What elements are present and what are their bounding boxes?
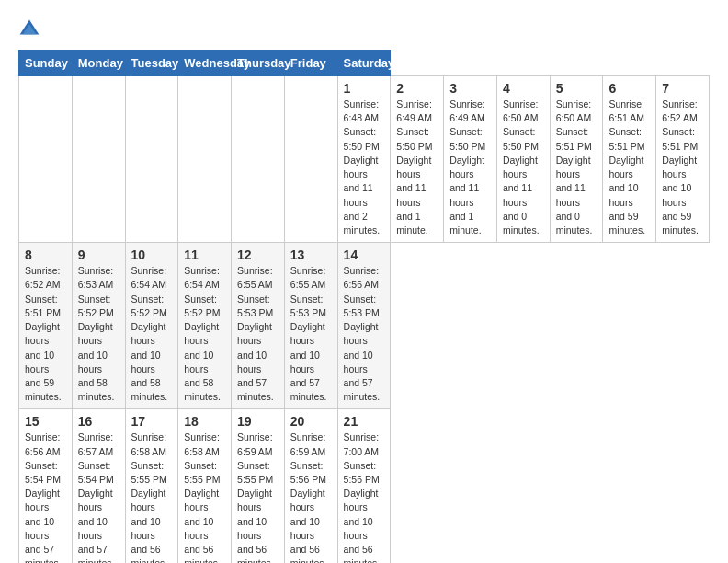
day-cell-8: 8Sunrise: 6:52 AMSunset: 5:51 PMDaylight… — [19, 243, 73, 409]
day-cell-7: 7Sunrise: 6:52 AMSunset: 5:51 PMDaylight… — [656, 76, 710, 243]
day-number: 8 — [25, 247, 66, 262]
calendar-table: SundayMondayTuesdayWednesdayThursdayFrid… — [18, 50, 710, 563]
day-number: 14 — [344, 247, 385, 262]
day-cell-10: 10Sunrise: 6:54 AMSunset: 5:52 PMDayligh… — [125, 243, 178, 409]
day-info: Sunrise: 6:52 AMSunset: 5:51 PMDaylight … — [662, 98, 699, 236]
week-row-1: 1Sunrise: 6:48 AMSunset: 5:50 PMDaylight… — [19, 76, 710, 243]
day-info: Sunrise: 6:49 AMSunset: 5:50 PMDaylight … — [449, 98, 485, 236]
day-cell-2: 2Sunrise: 6:49 AMSunset: 5:50 PMDaylight… — [391, 76, 444, 243]
day-cell-21: 21Sunrise: 7:00 AMSunset: 5:56 PMDayligh… — [337, 409, 391, 563]
header-tuesday: Tuesday — [125, 51, 178, 76]
day-number: 13 — [290, 247, 332, 262]
header-sunday: Sunday — [19, 51, 73, 76]
day-number: 6 — [609, 81, 650, 96]
day-info: Sunrise: 6:49 AMSunset: 5:50 PMDaylight … — [396, 98, 432, 236]
header-wednesday: Wednesday — [178, 51, 232, 76]
logo-icon — [18, 18, 40, 40]
calendar-header: SundayMondayTuesdayWednesdayThursdayFrid… — [19, 51, 710, 76]
day-info: Sunrise: 6:54 AMSunset: 5:52 PMDaylight … — [184, 265, 221, 402]
day-cell-16: 16Sunrise: 6:57 AMSunset: 5:54 PMDayligh… — [72, 409, 125, 563]
day-cell-12: 12Sunrise: 6:55 AMSunset: 5:53 PMDayligh… — [232, 243, 285, 409]
day-info: Sunrise: 6:56 AMSunset: 5:53 PMDaylight … — [344, 265, 381, 402]
day-number: 7 — [662, 81, 703, 96]
day-info: Sunrise: 6:56 AMSunset: 5:54 PMDaylight … — [25, 431, 62, 563]
day-cell-3: 3Sunrise: 6:49 AMSunset: 5:50 PMDaylight… — [444, 76, 497, 243]
day-number: 19 — [237, 414, 279, 429]
day-info: Sunrise: 6:55 AMSunset: 5:53 PMDaylight … — [290, 265, 327, 402]
day-cell-15: 15Sunrise: 6:56 AMSunset: 5:54 PMDayligh… — [19, 409, 73, 563]
header-row: SundayMondayTuesdayWednesdayThursdayFrid… — [19, 51, 710, 76]
day-info: Sunrise: 6:55 AMSunset: 5:53 PMDaylight … — [237, 265, 274, 402]
day-number: 4 — [503, 81, 544, 96]
day-number: 16 — [78, 414, 119, 429]
week-row-3: 15Sunrise: 6:56 AMSunset: 5:54 PMDayligh… — [19, 409, 710, 563]
day-number: 2 — [396, 81, 438, 96]
day-number: 9 — [78, 247, 119, 262]
page-header — [18, 18, 710, 40]
day-cell-9: 9Sunrise: 6:53 AMSunset: 5:52 PMDaylight… — [72, 243, 125, 409]
day-number: 1 — [344, 81, 385, 96]
day-info: Sunrise: 6:54 AMSunset: 5:52 PMDaylight … — [131, 265, 168, 402]
day-info: Sunrise: 7:00 AMSunset: 5:56 PMDaylight … — [344, 431, 381, 563]
day-info: Sunrise: 6:53 AMSunset: 5:52 PMDaylight … — [78, 265, 115, 402]
day-cell-14: 14Sunrise: 6:56 AMSunset: 5:53 PMDayligh… — [337, 243, 391, 409]
empty-cell — [284, 76, 337, 243]
day-cell-11: 11Sunrise: 6:54 AMSunset: 5:52 PMDayligh… — [178, 243, 232, 409]
header-monday: Monday — [72, 51, 125, 76]
day-info: Sunrise: 6:50 AMSunset: 5:51 PMDaylight … — [556, 98, 593, 236]
logo — [18, 18, 44, 40]
day-number: 5 — [556, 81, 597, 96]
day-cell-4: 4Sunrise: 6:50 AMSunset: 5:50 PMDaylight… — [496, 76, 550, 243]
day-info: Sunrise: 6:58 AMSunset: 5:55 PMDaylight … — [131, 431, 168, 563]
day-number: 17 — [131, 414, 173, 429]
day-number: 21 — [344, 414, 385, 429]
day-number: 15 — [25, 414, 66, 429]
day-cell-6: 6Sunrise: 6:51 AMSunset: 5:51 PMDaylight… — [603, 76, 656, 243]
week-row-2: 8Sunrise: 6:52 AMSunset: 5:51 PMDaylight… — [19, 243, 710, 409]
day-cell-18: 18Sunrise: 6:58 AMSunset: 5:55 PMDayligh… — [178, 409, 232, 563]
day-cell-13: 13Sunrise: 6:55 AMSunset: 5:53 PMDayligh… — [284, 243, 337, 409]
day-cell-19: 19Sunrise: 6:59 AMSunset: 5:55 PMDayligh… — [232, 409, 285, 563]
empty-cell — [178, 76, 232, 243]
day-info: Sunrise: 6:48 AMSunset: 5:50 PMDaylight … — [344, 98, 381, 236]
header-friday: Friday — [284, 51, 337, 76]
day-info: Sunrise: 6:50 AMSunset: 5:50 PMDaylight … — [503, 98, 540, 236]
empty-cell — [72, 76, 125, 243]
day-number: 12 — [237, 247, 279, 262]
day-cell-17: 17Sunrise: 6:58 AMSunset: 5:55 PMDayligh… — [125, 409, 178, 563]
day-number: 3 — [449, 81, 491, 96]
day-number: 18 — [184, 414, 225, 429]
empty-cell — [125, 76, 178, 243]
calendar-body: 1Sunrise: 6:48 AMSunset: 5:50 PMDaylight… — [19, 76, 710, 564]
day-info: Sunrise: 6:59 AMSunset: 5:55 PMDaylight … — [237, 431, 274, 563]
day-info: Sunrise: 6:58 AMSunset: 5:55 PMDaylight … — [184, 431, 221, 563]
day-number: 11 — [184, 247, 225, 262]
day-info: Sunrise: 6:51 AMSunset: 5:51 PMDaylight … — [609, 98, 645, 236]
day-info: Sunrise: 6:57 AMSunset: 5:54 PMDaylight … — [78, 431, 115, 563]
day-info: Sunrise: 6:59 AMSunset: 5:56 PMDaylight … — [290, 431, 327, 563]
empty-cell — [232, 76, 285, 243]
day-info: Sunrise: 6:52 AMSunset: 5:51 PMDaylight … — [25, 265, 62, 402]
day-number: 20 — [290, 414, 332, 429]
day-cell-1: 1Sunrise: 6:48 AMSunset: 5:50 PMDaylight… — [337, 76, 391, 243]
empty-cell — [19, 76, 73, 243]
day-cell-5: 5Sunrise: 6:50 AMSunset: 5:51 PMDaylight… — [550, 76, 603, 243]
header-saturday: Saturday — [337, 51, 391, 76]
day-cell-20: 20Sunrise: 6:59 AMSunset: 5:56 PMDayligh… — [284, 409, 337, 563]
header-thursday: Thursday — [232, 51, 285, 76]
day-number: 10 — [131, 247, 173, 262]
